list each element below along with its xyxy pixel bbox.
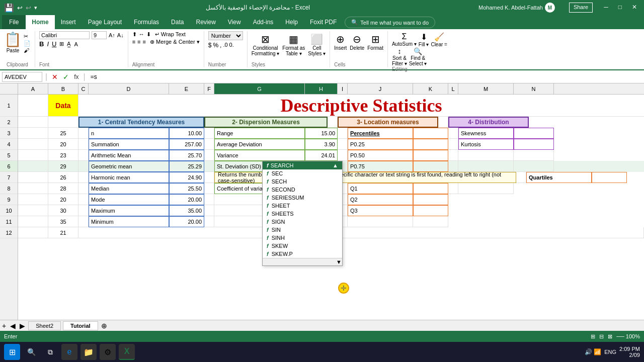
- col-header-f[interactable]: F: [204, 83, 214, 94]
- conditional-formatting-button[interactable]: ⊠ Conditional Formatting ▾: [252, 33, 280, 56]
- cell-n6[interactable]: [514, 161, 554, 172]
- cell-a3[interactable]: [18, 128, 48, 139]
- cell-j6[interactable]: P0.75: [348, 161, 413, 172]
- cell-h3[interactable]: 15.00: [305, 128, 338, 139]
- cell-b7[interactable]: 26: [48, 172, 78, 183]
- cell-c10[interactable]: [78, 205, 89, 216]
- row-num-1[interactable]: 1: [0, 95, 18, 117]
- cell-i3[interactable]: [338, 128, 348, 139]
- review-tab[interactable]: Review: [190, 15, 221, 29]
- autocomplete-item-seriessum[interactable]: f SERIESSUM: [263, 194, 342, 202]
- page-layout-tab[interactable]: Page Layout: [82, 15, 128, 29]
- cell-e9[interactable]: 20.00: [169, 194, 204, 205]
- excel-taskbar-icon[interactable]: X: [119, 344, 135, 360]
- file-tab[interactable]: File: [2, 15, 26, 29]
- cell-j11[interactable]: [348, 216, 413, 227]
- autosum-button[interactable]: Σ AutoSum ▾: [392, 32, 417, 47]
- formulas-tab[interactable]: Formulas: [128, 15, 165, 29]
- cell-k3[interactable]: [413, 128, 448, 139]
- autocomplete-scroll-up[interactable]: ▲: [333, 162, 338, 168]
- cell-f3[interactable]: [204, 128, 214, 139]
- autocomplete-item-second[interactable]: f SECOND: [263, 186, 342, 194]
- cell-j7[interactable]: Quartiles: [526, 172, 592, 183]
- autocomplete-item-sign[interactable]: f SIGN: [263, 218, 342, 226]
- cell-b11[interactable]: 35: [48, 216, 78, 227]
- cell-b9[interactable]: 20: [48, 194, 78, 205]
- fill-button[interactable]: ⬇ Fill ▾: [419, 32, 429, 47]
- cell-c11[interactable]: [78, 216, 89, 227]
- align-right-button[interactable]: ≡: [143, 39, 146, 45]
- cell-j4[interactable]: P0.25: [348, 139, 413, 150]
- cell-d5[interactable]: Arithmetic Mean: [89, 150, 169, 161]
- autocomplete-item-skew[interactable]: f SKEW: [263, 242, 342, 250]
- cell-m3[interactable]: Skewness: [458, 128, 514, 139]
- cell-f10[interactable]: [204, 205, 214, 216]
- cell-n4[interactable]: [514, 139, 554, 150]
- cell-n3[interactable]: [514, 128, 554, 139]
- cell-l6[interactable]: [448, 161, 458, 172]
- cell-d7[interactable]: Harmonic mean: [89, 172, 169, 183]
- formula-insert-button[interactable]: fx: [72, 73, 80, 80]
- home-tab[interactable]: Home: [26, 15, 54, 29]
- format-as-table-button[interactable]: ▦ Format as Table ▾: [282, 33, 305, 56]
- col-header-m[interactable]: M: [458, 83, 514, 94]
- percent-button[interactable]: %: [213, 42, 218, 49]
- cell-a8[interactable]: [18, 183, 48, 194]
- cell-e11[interactable]: 20.00: [169, 216, 204, 227]
- cell-l3[interactable]: [448, 128, 458, 139]
- zoom-slider[interactable]: ── 100%: [616, 333, 640, 339]
- cell-b3[interactable]: 25: [48, 128, 78, 139]
- row-num-8[interactable]: 8: [0, 183, 18, 194]
- cell-a9[interactable]: [18, 194, 48, 205]
- fill-color-button[interactable]: A̲: [67, 41, 71, 47]
- cell-a7[interactable]: [18, 172, 48, 183]
- row-num-5[interactable]: 5: [0, 150, 18, 161]
- col-header-n[interactable]: N: [514, 83, 554, 94]
- cell-f8[interactable]: [204, 183, 214, 194]
- font-family-input[interactable]: [39, 31, 90, 39]
- autocomplete-item-sheet[interactable]: f SHEET: [263, 202, 342, 210]
- add-ins-tab[interactable]: Add-ins: [247, 15, 280, 29]
- cell-j5[interactable]: P0.50: [348, 150, 413, 161]
- minimize-button[interactable]: ─: [601, 3, 611, 13]
- restore-button[interactable]: □: [615, 3, 625, 13]
- data-tab[interactable]: Data: [165, 15, 190, 29]
- align-left-button[interactable]: ≡: [132, 39, 135, 45]
- chrome-icon[interactable]: ⚙: [100, 344, 116, 360]
- font-color-button[interactable]: A: [74, 41, 77, 47]
- view-tab[interactable]: View: [222, 15, 247, 29]
- search-button[interactable]: 🔍: [23, 344, 39, 360]
- add-sheet-button[interactable]: +: [0, 322, 8, 330]
- align-top-button[interactable]: ⬆: [132, 31, 137, 38]
- comma-button[interactable]: ,: [220, 42, 221, 49]
- cell-l4[interactable]: [448, 139, 458, 150]
- cell-k4[interactable]: [413, 139, 448, 150]
- page-layout-view-icon[interactable]: ⊟: [599, 333, 604, 340]
- cell-d6[interactable]: Geometric mean: [89, 161, 169, 172]
- cell-l8[interactable]: [448, 183, 458, 194]
- cell-j9[interactable]: Q2: [348, 194, 413, 205]
- cell-styles-button[interactable]: ⬜ Cell Styles ▾: [308, 33, 326, 56]
- next-sheet-button[interactable]: ▶: [18, 322, 27, 330]
- page-break-view-icon[interactable]: ⊠: [608, 333, 612, 340]
- formula-cancel-button[interactable]: ✕: [50, 73, 59, 81]
- cell-l5[interactable]: [448, 150, 458, 161]
- copy-button[interactable]: 📄: [24, 40, 31, 47]
- cell-k11[interactable]: [413, 216, 448, 227]
- row-num-9[interactable]: 9: [0, 194, 18, 205]
- cell-d4[interactable]: Summation: [89, 139, 169, 150]
- cell-f11[interactable]: [204, 216, 214, 227]
- cell-e6[interactable]: 25.29: [169, 161, 204, 172]
- tell-me[interactable]: 🔍 Tell me what you want to do: [345, 17, 435, 28]
- cell-c9[interactable]: [78, 194, 89, 205]
- align-middle-button[interactable]: ↔: [139, 31, 144, 38]
- col-header-k[interactable]: K: [413, 83, 448, 94]
- add-sheet-button2[interactable]: ⊕: [101, 322, 107, 330]
- cell-c5[interactable]: [78, 150, 89, 161]
- cell-m6[interactable]: [458, 161, 514, 172]
- cell-b4[interactable]: 20: [48, 139, 78, 150]
- cell-m4[interactable]: Kurtosis: [458, 139, 514, 150]
- cell-f7[interactable]: [204, 172, 214, 183]
- find-select-button[interactable]: 🔍 Find & Select ▾: [409, 47, 427, 66]
- cell-a10[interactable]: [18, 205, 48, 216]
